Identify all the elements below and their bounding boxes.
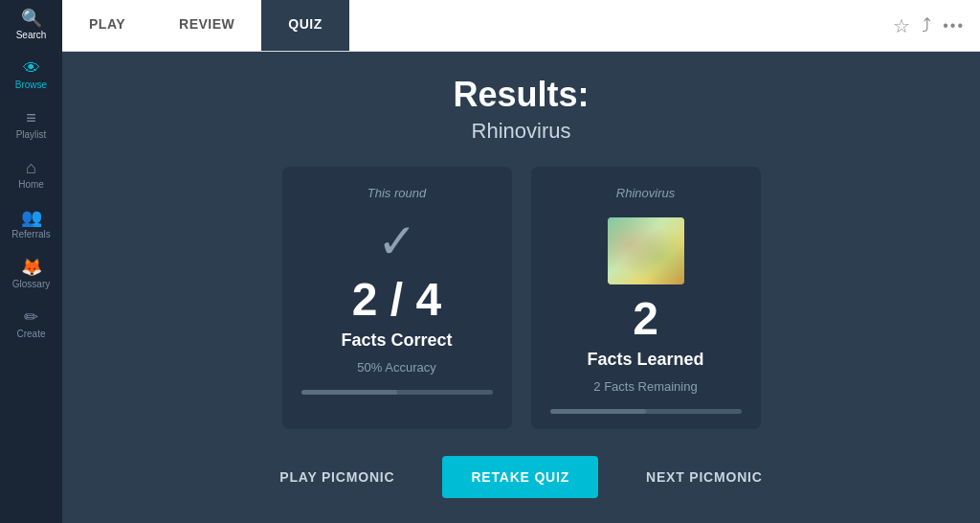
sidebar-item-search[interactable]: 🔍 Search — [0, 0, 62, 50]
thumbnail-image — [608, 217, 684, 284]
results-subtitle: Rhinovirus — [472, 119, 571, 144]
playlist-icon: ≡ — [26, 109, 36, 126]
rhinovirus-description: Facts Learned — [587, 350, 703, 370]
create-icon: ✏ — [24, 308, 38, 326]
bookmark-button[interactable]: ☆ — [893, 14, 910, 37]
tab-play[interactable]: PLAY — [62, 0, 152, 51]
topbar-actions: ☆ ⤴ ••• — [878, 0, 980, 51]
cards-row: This round ✓ 2 / 4 Facts Correct 50% Acc… — [282, 167, 761, 429]
sidebar-item-home[interactable]: ⌂ Home — [0, 149, 62, 199]
rhinovirus-progress-fill — [550, 409, 646, 414]
rhinovirus-score: 2 — [633, 296, 658, 342]
this-round-accuracy: 50% Accuracy — [357, 360, 435, 375]
browse-icon: 👁 — [23, 59, 40, 77]
sidebar-item-referrals-label: Referrals — [11, 229, 51, 239]
main-content: PLAY REVIEW QUIZ ☆ ⤴ ••• Results: Rhinov… — [62, 0, 980, 523]
rhinovirus-card: Rhinovirus 2 Facts Learned 2 Facts Remai… — [531, 167, 761, 429]
this-round-progress-bar — [301, 390, 493, 395]
tab-quiz[interactable]: QUIZ — [261, 0, 348, 51]
sidebar-item-home-label: Home — [18, 179, 44, 190]
play-picmonic-button[interactable]: PLAY PICMONIC — [251, 456, 423, 498]
topbar-spacer — [349, 0, 878, 51]
sidebar-item-create-label: Create — [16, 329, 45, 339]
rhinovirus-label: Rhinovirus — [616, 186, 675, 200]
sidebar-item-browse-label: Browse — [15, 80, 47, 90]
referrals-icon: 👥 — [21, 209, 42, 226]
retake-quiz-button[interactable]: RETAKE QUIZ — [442, 456, 598, 498]
this-round-description: Facts Correct — [341, 330, 452, 351]
this-round-progress-fill — [301, 390, 397, 395]
sidebar-item-glossary[interactable]: 🦊 Glossary — [0, 249, 62, 299]
search-icon: 🔍 — [21, 10, 42, 27]
results-content: Results: Rhinovirus This round ✓ 2 / 4 F… — [62, 52, 980, 523]
this-round-score: 2 / 4 — [352, 277, 441, 323]
checkmark-icon: ✓ — [377, 217, 417, 265]
rhinovirus-progress-bar — [550, 409, 742, 414]
sidebar-item-referrals[interactable]: 👥 Referrals — [0, 199, 62, 249]
rhinovirus-thumbnail — [608, 217, 684, 284]
tab-review[interactable]: REVIEW — [152, 0, 261, 51]
topbar: PLAY REVIEW QUIZ ☆ ⤴ ••• — [62, 0, 980, 52]
results-title: Results: — [453, 75, 589, 115]
share-button[interactable]: ⤴ — [922, 14, 931, 36]
bottom-buttons: PLAY PICMONIC RETAKE QUIZ NEXT PICMONIC — [251, 456, 791, 498]
more-button[interactable]: ••• — [943, 17, 965, 34]
sidebar-item-playlist[interactable]: ≡ Playlist — [0, 100, 62, 149]
this-round-label: This round — [368, 186, 426, 200]
sidebar: 🔍 Search 👁 Browse ≡ Playlist ⌂ Home 👥 Re… — [0, 0, 62, 523]
next-picmonic-button[interactable]: NEXT PICMONIC — [617, 456, 791, 498]
sidebar-item-glossary-label: Glossary — [12, 279, 50, 289]
sidebar-item-search-label: Search — [16, 30, 47, 40]
this-round-card: This round ✓ 2 / 4 Facts Correct 50% Acc… — [282, 167, 512, 429]
home-icon: ⌂ — [26, 159, 36, 176]
glossary-icon: 🦊 — [21, 259, 42, 276]
sidebar-item-browse[interactable]: 👁 Browse — [0, 50, 62, 100]
rhinovirus-remaining: 2 Facts Remaining — [593, 379, 697, 394]
sidebar-item-create[interactable]: ✏ Create — [0, 299, 62, 349]
sidebar-item-playlist-label: Playlist — [16, 129, 47, 140]
